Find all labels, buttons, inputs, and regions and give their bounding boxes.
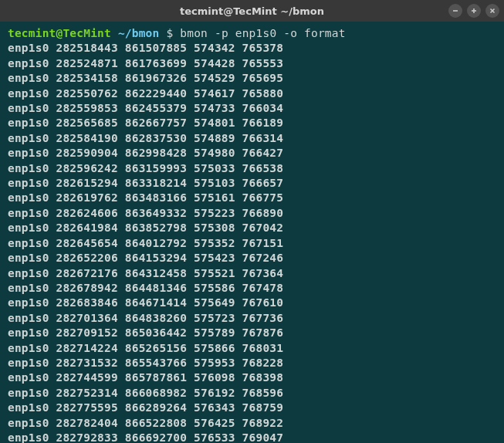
- output-row: enp1s0 282619762 863483166 575161 766775: [8, 191, 283, 204]
- output-row: enp1s0 282683846 864671414 575649 767610: [8, 296, 283, 309]
- terminal-window: tecmint@TecMint ~/bmon tecmint@TecMint ~…: [0, 0, 504, 443]
- output-row: enp1s0 282596242 863159993 575033 766538: [8, 162, 283, 174]
- output-row: enp1s0 282701364 864838260 575723 767736: [8, 312, 283, 324]
- prompt-command: bmon -p enp1s0 -o format: [180, 27, 345, 39]
- output-row: enp1s0 282792833 866692700 576533 769047: [8, 431, 283, 443]
- output-row: enp1s0 282550762 862229440 574617 765880: [8, 87, 283, 100]
- output-row: enp1s0 282641984 863852798 575308 767042: [8, 222, 283, 234]
- prompt-dollar: $: [166, 27, 173, 39]
- close-icon: [489, 7, 496, 15]
- output-row: enp1s0 282534158 861967326 574529 765695: [8, 72, 283, 84]
- output-row: enp1s0 282672176 864312458 575521 767364: [8, 267, 283, 279]
- output-row: enp1s0 282559853 862455379 574733 766034: [8, 102, 283, 114]
- output-row: enp1s0 282714224 865265156 575866 768031: [8, 342, 283, 354]
- maximize-icon: [470, 7, 478, 15]
- window-title: tecmint@TecMint ~/bmon: [180, 5, 324, 17]
- output-row: enp1s0 282731532 865543766 575953 768228: [8, 357, 283, 369]
- output-row: enp1s0 282518443 861507885 574342 765378: [8, 42, 283, 54]
- output-row: enp1s0 282615294 863318214 575103 766657: [8, 177, 283, 189]
- output-row: enp1s0 282645654 864012792 575352 767151: [8, 237, 283, 249]
- output-row: enp1s0 282782404 866522808 576425 768922: [8, 417, 283, 429]
- output-row: enp1s0 282752314 866068982 576192 768596: [8, 387, 283, 399]
- terminal-output: enp1s0 282518443 861507885 574342 765378…: [8, 41, 496, 443]
- output-row: enp1s0 282775595 866289264 576343 768759: [8, 401, 283, 414]
- output-row: enp1s0 282565685 862667757 574801 766189: [8, 117, 283, 129]
- window-controls: [448, 4, 499, 18]
- output-row: enp1s0 282524871 861763699 574428 765553: [8, 57, 283, 69]
- output-row: enp1s0 282744599 865787861 576098 768398: [8, 371, 283, 384]
- minimize-button[interactable]: [448, 4, 462, 18]
- minimize-icon: [452, 7, 459, 15]
- close-button[interactable]: [485, 4, 499, 18]
- output-row: enp1s0 282709152 865036442 575789 767876: [8, 326, 283, 339]
- prompt-path: ~/bmon: [118, 27, 160, 39]
- output-row: enp1s0 282584190 862837530 574889 766314: [8, 132, 283, 144]
- titlebar: tecmint@TecMint ~/bmon: [0, 0, 504, 22]
- output-row: enp1s0 282678942 864481346 575586 767478: [8, 282, 283, 294]
- output-row: enp1s0 282590904 862998428 574980 766427: [8, 147, 283, 159]
- prompt-user-host: tecmint@TecMint: [8, 27, 111, 39]
- output-row: enp1s0 282652206 864153294 575423 767246: [8, 252, 283, 264]
- terminal-body[interactable]: tecmint@TecMint ~/bmon $ bmon -p enp1s0 …: [0, 22, 504, 443]
- output-row: enp1s0 282624606 863649332 575223 766890: [8, 207, 283, 219]
- maximize-button[interactable]: [467, 4, 481, 18]
